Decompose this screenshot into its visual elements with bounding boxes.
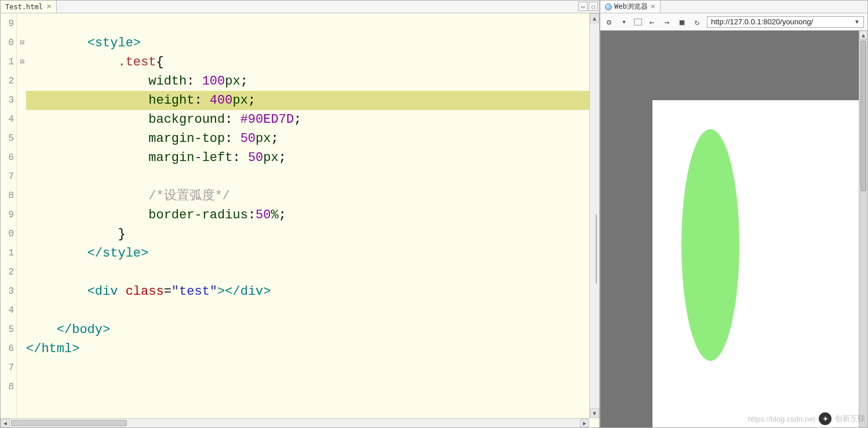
line-number: 1: [1, 244, 16, 263]
line-number: 1: [1, 53, 16, 72]
code-line[interactable]: border-radius:50%;: [26, 206, 599, 225]
dropdown-icon[interactable]: ▼: [854, 19, 860, 25]
refresh-icon[interactable]: ↻: [692, 17, 702, 27]
browser-toolbar: ⚙ ▼ ← → ■ ↻ http://127.0.0.1:8020/younon…: [600, 13, 867, 31]
line-number: 4: [1, 301, 16, 320]
code-line[interactable]: [26, 14, 599, 34]
rendered-page: [652, 100, 867, 427]
scroll-down-icon[interactable]: ▼: [590, 408, 599, 418]
vertical-scrollbar[interactable]: ▲ ▼: [589, 13, 599, 418]
code-line[interactable]: </html>: [26, 339, 599, 359]
code-line[interactable]: /*设置弧度*/: [26, 186, 599, 206]
back-icon[interactable]: ←: [647, 17, 657, 27]
scroll-right-icon[interactable]: ▶: [580, 419, 589, 427]
line-number: 9: [1, 206, 16, 225]
code-line[interactable]: </body>: [26, 320, 599, 339]
line-number: 2: [1, 72, 16, 91]
horizontal-scrollbar[interactable]: ◀ ▶: [1, 418, 589, 427]
globe-icon: [605, 3, 612, 10]
line-number: 2: [1, 263, 16, 282]
scroll-thumb[interactable]: [596, 214, 597, 284]
code-line[interactable]: }: [26, 225, 599, 244]
editor-tab-test-html[interactable]: Test.html ✕: [1, 1, 57, 13]
code-area[interactable]: <style> .test{ width: 100px; height: 400…: [17, 13, 599, 427]
resize-icon[interactable]: [634, 19, 642, 25]
code-editor-pane: Test.html ✕ ▭ ▢ 90123456789012345678 <st…: [0, 0, 600, 428]
close-icon[interactable]: ✕: [650, 3, 655, 10]
browser-tabbar: Web浏览器 ✕: [600, 1, 867, 13]
line-number: 3: [1, 91, 16, 110]
line-number: 6: [1, 148, 16, 167]
editor-tabbar: Test.html ✕ ▭ ▢: [1, 1, 599, 13]
chevron-down-icon[interactable]: ▼: [619, 17, 629, 27]
line-number: 4: [1, 110, 16, 129]
scroll-up-icon[interactable]: ▲: [859, 31, 867, 39]
line-number: 3: [1, 282, 16, 301]
code-line[interactable]: [26, 359, 599, 378]
url-input[interactable]: http://127.0.0.1:8020/younong/ ▼: [707, 16, 864, 28]
code-line[interactable]: height: 400px;: [26, 91, 599, 110]
line-number: 5: [1, 320, 16, 339]
code-line[interactable]: [26, 301, 599, 320]
line-number: 6: [1, 339, 16, 359]
scroll-up-icon[interactable]: ▲: [590, 13, 599, 23]
maximize-icon[interactable]: ▢: [589, 2, 598, 11]
web-browser-pane: Web浏览器 ✕ ⚙ ▼ ← → ■ ↻ http://127.0.0.1:80…: [600, 0, 868, 428]
viewport-vertical-scrollbar[interactable]: ▲ ▼: [859, 31, 867, 427]
scroll-track[interactable]: [859, 39, 867, 419]
line-number: 8: [1, 378, 16, 397]
editor-body[interactable]: 90123456789012345678 <style> .test{ widt…: [1, 13, 599, 427]
code-line[interactable]: [26, 167, 599, 186]
line-number: 0: [1, 225, 16, 244]
test-div-oval: [681, 129, 739, 361]
line-number: 7: [1, 359, 16, 378]
stop-icon[interactable]: ■: [677, 17, 687, 27]
line-number: 8: [1, 186, 16, 206]
line-number: 5: [1, 129, 16, 148]
line-number: 9: [1, 14, 16, 34]
scroll-thumb[interactable]: [860, 41, 866, 191]
editor-tab-label: Test.html: [5, 3, 43, 11]
code-line[interactable]: [26, 263, 599, 282]
hscroll-thumb[interactable]: [11, 420, 127, 426]
code-line[interactable]: margin-left: 50px;: [26, 148, 599, 167]
browser-tab-label: Web浏览器: [614, 2, 648, 12]
code-line[interactable]: width: 100px;: [26, 72, 599, 91]
line-number: 7: [1, 167, 16, 186]
gear-icon[interactable]: ⚙: [604, 17, 614, 27]
code-line[interactable]: <div class="test"></div>: [26, 282, 599, 301]
url-text: http://127.0.0.1:8020/younong/: [711, 17, 813, 26]
editor-pane-controls: ▭ ▢: [578, 2, 598, 11]
forward-icon[interactable]: →: [662, 17, 672, 27]
code-line[interactable]: .test{: [26, 53, 599, 72]
scroll-left-icon[interactable]: ◀: [1, 419, 10, 427]
close-icon[interactable]: ✕: [46, 3, 52, 10]
line-number: 0: [1, 34, 16, 53]
line-number-gutter: 90123456789012345678: [1, 13, 17, 427]
browser-viewport: ▲ ▼ https://blog.csdn.net ✦ 创新互联: [600, 31, 867, 427]
minimize-icon[interactable]: ▭: [578, 2, 588, 11]
code-line[interactable]: background: #90ED7D;: [26, 110, 599, 129]
code-line[interactable]: margin-top: 50px;: [26, 129, 599, 148]
code-line[interactable]: <style>: [26, 34, 599, 53]
browser-tab[interactable]: Web浏览器 ✕: [600, 1, 661, 13]
code-line[interactable]: </style>: [26, 244, 599, 263]
hscroll-track[interactable]: [10, 419, 580, 427]
